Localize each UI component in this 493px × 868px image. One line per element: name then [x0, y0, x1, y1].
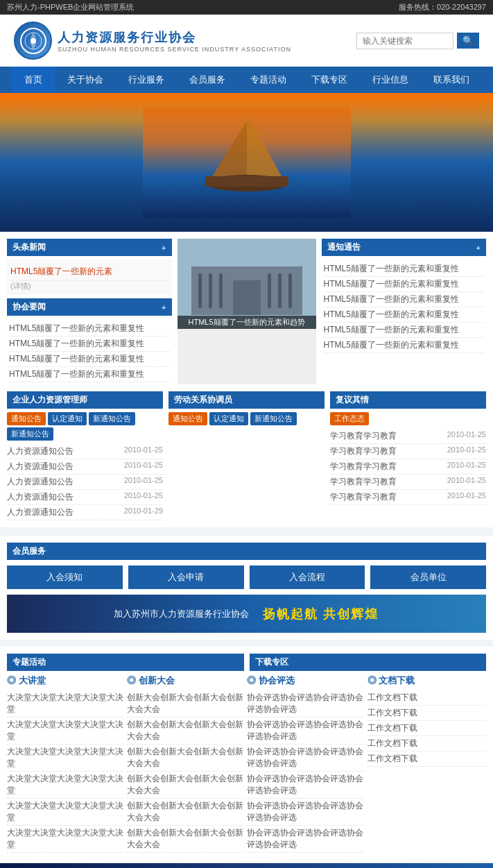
nav-item-industry[interactable]: 行业服务 [116, 67, 177, 93]
labor-tab-2[interactable]: 认定通知 [209, 412, 248, 425]
assoc-item[interactable]: HTML5颠覆了一些新的元素和重复性 [9, 337, 170, 352]
notice-item[interactable]: HTML5颠覆了一些新的元素和重复性 [324, 262, 485, 277]
notice-item[interactable]: HTML5颠覆了一些新的元素和重复性 [324, 277, 485, 292]
download-item[interactable]: 工作文档下载 [367, 690, 487, 706]
logo-area: 人力资源服务行业协会 SUZHOU HUMAN RESOURCES SERVIC… [14, 22, 291, 60]
nav-item-about[interactable]: 关于协会 [55, 67, 116, 93]
complex-item[interactable]: 学习教育学习教育2010-01-25 [330, 475, 486, 490]
complex-item[interactable]: 学习教育学习教育2010-01-25 [330, 490, 486, 505]
innovation-item[interactable]: 创新大会创新大会创新大会创新大会大会 [127, 826, 243, 853]
innovation-item[interactable]: 创新大会创新大会创新大会创新大会大会 [127, 772, 243, 799]
headline-more[interactable]: + [162, 244, 166, 252]
innovation-col: 创新大会 创新大会创新大会创新大会创新大会大会 创新大会创新大会创新大会创新大会… [127, 674, 243, 853]
inno-banner[interactable]: Inno:HR 中国人力资源服务业创新大会 [0, 863, 493, 868]
enterprise-tab-1[interactable]: 通知公告 [7, 412, 46, 425]
search-input[interactable] [356, 33, 453, 49]
selection-item[interactable]: 协会评选协会评选协会评选协会评选协会评选 [247, 826, 363, 853]
innovation-title: 创新大会 [127, 674, 243, 687]
activities-header-right: 下载专区 [250, 654, 487, 674]
activities-left-cols: 大讲堂 大决堂大决堂大决堂大决堂大决堂 大决堂大决堂大决堂大决堂大决堂 大决堂大… [7, 674, 364, 853]
notice-item[interactable]: HTML5颠覆了一些新的元素和重复性 [324, 323, 485, 338]
notice-item[interactable]: HTML5颠覆了一些新的元素和重复性 [324, 307, 485, 323]
enterprise-item[interactable]: 人力资源通知公告2010-01-25 [7, 444, 163, 459]
notice-item[interactable]: HTML5颠覆了一些新的元素和重复性 [324, 292, 485, 307]
headline-sub: (详情) [10, 281, 168, 291]
top-bar-left: 苏州人力-PHPWEB企业网站管理系统 [7, 2, 134, 12]
enterprise-tab-3[interactable]: 新通知公告 [89, 412, 135, 425]
member-btn-1[interactable]: 入会须知 [7, 565, 123, 589]
headline-title: 头条新闻 [12, 241, 46, 253]
svg-rect-11 [233, 280, 261, 315]
innovation-item[interactable]: 创新大会创新大会创新大会创新大会大会 [127, 744, 243, 772]
enterprise-title: 企业人力资源管理师 [12, 394, 87, 406]
top-bar-right: 服务热线：020-22043297 [399, 2, 486, 12]
complex-title: 复议其情 [336, 394, 369, 406]
enterprise-item[interactable]: 人力资源通知公告2010-01-25 [7, 490, 163, 505]
innovation-item[interactable]: 创新大会创新大会创新大会创新大会大会 [127, 690, 243, 717]
member-btn-3[interactable]: 入会流程 [250, 565, 365, 589]
member-service-bar: 会员服务 [7, 543, 486, 560]
nav-item-home[interactable]: 首页 [12, 67, 55, 93]
member-btn-2[interactable]: 入会申请 [128, 565, 244, 589]
logo-icon[interactable] [14, 22, 52, 60]
assoc-bar: 协会要闻 + [7, 298, 172, 316]
lecture-item[interactable]: 大决堂大决堂大决堂大决堂大决堂 [7, 826, 123, 853]
selection-item[interactable]: 协会评选协会评选协会评选协会评选协会评选 [247, 799, 363, 826]
svg-rect-8 [205, 176, 288, 187]
activities-header-left: 专题活动 [7, 654, 244, 674]
nav-item-member[interactable]: 会员服务 [177, 67, 238, 93]
member-btn-4[interactable]: 会员单位 [370, 565, 486, 589]
enterprise-tab-2[interactable]: 认定通知 [48, 412, 87, 425]
download-title: 下载专区 [255, 656, 288, 668]
nav-item-contact[interactable]: 联系我们 [421, 67, 482, 93]
complex-item[interactable]: 学习教育学习教育2010-01-25 [330, 459, 486, 475]
enterprise-item[interactable]: 人力资源通知公告2010-01-25 [7, 475, 163, 490]
headline-text[interactable]: HTML5颠覆了一些新的元素 [10, 263, 168, 281]
svg-rect-12 [198, 273, 202, 308]
enterprise-col: 企业人力资源管理师 通知公告 认定通知 新通知公告 新通知公告 人力资源通知公告… [7, 391, 163, 520]
innovation-item[interactable]: 创新大会创新大会创新大会创新大会大会 [127, 799, 243, 826]
complex-item[interactable]: 学习教育学习教育2010-01-25 [330, 444, 486, 459]
notice-item[interactable]: HTML5颠覆了一些新的元素和重复性 [324, 338, 485, 353]
selection-item[interactable]: 协会评选协会评选协会评选协会评选协会评选 [247, 717, 363, 744]
selection-item[interactable]: 协会评选协会评选协会评选协会评选协会评选 [247, 690, 363, 717]
nav-item-info[interactable]: 行业信息 [360, 67, 421, 93]
innovation-item[interactable]: 创新大会创新大会创新大会创新大会大会 [127, 717, 243, 744]
download-item[interactable]: 工作文档下载 [367, 751, 487, 767]
selection-item[interactable]: 协会评选协会评选协会评选协会评选协会评选 [247, 772, 363, 799]
assoc-item[interactable]: HTML5颠覆了一些新的元素和重复性 [9, 321, 170, 337]
svg-rect-17 [288, 273, 292, 308]
member-service-section: 会员服务 入会须知 入会申请 入会流程 会员单位 加入苏州市人力资源服务行业协会… [0, 536, 493, 640]
enterprise-item[interactable]: 人力资源通知公告2010-01-25 [7, 459, 163, 475]
lecture-item[interactable]: 大决堂大决堂大决堂大决堂大决堂 [7, 690, 123, 717]
enterprise-tabs: 通知公告 认定通知 新通知公告 新通知公告 [7, 412, 163, 441]
svg-rect-16 [278, 273, 282, 308]
selection-item[interactable]: 协会评选协会评选协会评选协会评选协会评选 [247, 744, 363, 772]
complex-item[interactable]: 学习教育学习教育2010-01-25 [330, 429, 486, 444]
search-button[interactable]: 🔍 [457, 33, 479, 49]
lecture-item[interactable]: 大决堂大决堂大决堂大决堂大决堂 [7, 772, 123, 799]
lecture-item[interactable]: 大决堂大决堂大决堂大决堂大决堂 [7, 799, 123, 826]
lecture-item[interactable]: 大决堂大决堂大决堂大决堂大决堂 [7, 717, 123, 744]
spacer-1 [0, 527, 493, 536]
nav-item-download[interactable]: 下载专区 [299, 67, 360, 93]
download-item[interactable]: 工作文档下载 [367, 706, 487, 721]
member-banner: 加入苏州市人力资源服务行业协会 扬帆起航 共创辉煌 [7, 595, 486, 633]
enterprise-item[interactable]: 人力资源通知公告2010-01-29 [7, 505, 163, 520]
assoc-item[interactable]: HTML5颠覆了一些新的元素和重复性 [9, 352, 170, 367]
lecture-item[interactable]: 大决堂大决堂大决堂大决堂大决堂 [7, 744, 123, 772]
nav-item-special[interactable]: 专题活动 [238, 67, 299, 93]
labor-tab-1[interactable]: 通知公告 [168, 412, 207, 425]
notice-more[interactable]: + [476, 244, 481, 252]
download-item[interactable]: 工作文档下载 [367, 721, 487, 736]
labor-tab-3[interactable]: 新通知公告 [250, 412, 297, 425]
member-banner-text1: 加入苏州市人力资源服务行业协会 [114, 608, 249, 620]
member-btns: 入会须知 入会申请 入会流程 会员单位 [7, 565, 486, 589]
svg-rect-15 [268, 273, 271, 308]
download-item[interactable]: 工作文档下载 [367, 736, 487, 751]
complex-tab-1[interactable]: 工作态态 [330, 412, 369, 425]
enterprise-tab-4[interactable]: 新通知公告 [7, 427, 53, 441]
assoc-more[interactable]: + [162, 303, 166, 312]
news-top-row: 头条新闻 + HTML5颠覆了一些新的元素 (详情) 协会要闻 + HTML5颠… [7, 239, 486, 384]
assoc-item[interactable]: HTML5颠覆了一些新的元素和重复性 [9, 367, 170, 382]
